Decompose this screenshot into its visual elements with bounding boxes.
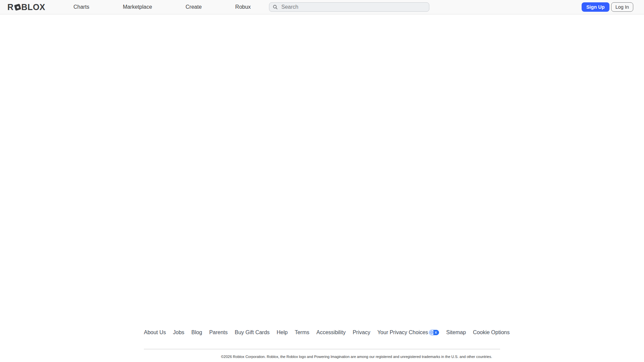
footer-link-parents[interactable]: Parents	[209, 329, 228, 336]
sign-up-button[interactable]: Sign Up	[582, 2, 609, 12]
nav-link-marketplace[interactable]: Marketplace	[123, 4, 152, 10]
top-navigation-bar: R BLOX ChartsMarketplaceCreateRobux Sign…	[0, 0, 644, 14]
footer-link-cookie-options[interactable]: Cookie Options	[473, 329, 509, 336]
search-icon	[273, 4, 278, 10]
footer-link-privacy[interactable]: Privacy	[353, 329, 370, 336]
nav-link-create[interactable]: Create	[185, 4, 202, 10]
search-bar[interactable]	[269, 2, 429, 12]
roblox-logo[interactable]: R BLOX	[7, 2, 45, 12]
footer-link-about-us[interactable]: About Us	[144, 329, 166, 336]
privacy-choices-opt-out-icon	[429, 330, 439, 335]
primary-nav: ChartsMarketplaceCreateRobux	[73, 4, 251, 10]
footer-divider	[144, 349, 500, 349]
footer-link-buy-gift-cards[interactable]: Buy Gift Cards	[235, 329, 270, 336]
footer-links-row: About UsJobsBlogParentsBuy Gift CardsHel…	[144, 329, 500, 336]
footer-link-accessibility[interactable]: Accessibility	[316, 329, 345, 336]
log-in-button[interactable]: Log In	[611, 2, 633, 12]
nav-link-robux[interactable]: Robux	[235, 4, 251, 10]
footer-link-sitemap[interactable]: Sitemap	[446, 329, 466, 336]
footer-link-blog[interactable]: Blog	[192, 329, 202, 336]
your-privacy-choices-label: Your Privacy Choices	[377, 329, 428, 336]
footer-link-help[interactable]: Help	[277, 329, 288, 336]
nav-link-charts[interactable]: Charts	[73, 4, 89, 10]
footer: About UsJobsBlogParentsBuy Gift CardsHel…	[0, 329, 644, 362]
footer-link-jobs[interactable]: Jobs	[173, 329, 184, 336]
logo-text-right: BLOX	[21, 2, 45, 12]
auth-buttons: Sign Up Log In	[582, 2, 633, 12]
footer-link-your-privacy-choices[interactable]: Your Privacy Choices	[377, 329, 439, 336]
copyright-text: ©2026 Roblox Corporation. Roblox, the Ro…	[178, 355, 535, 359]
roblox-square-hole	[16, 6, 18, 8]
search-input[interactable]	[281, 4, 426, 10]
footer-link-terms[interactable]: Terms	[295, 329, 310, 336]
logo-text-left: R	[7, 2, 14, 12]
roblox-tilted-square-icon	[14, 3, 21, 10]
main-content	[0, 14, 644, 329]
